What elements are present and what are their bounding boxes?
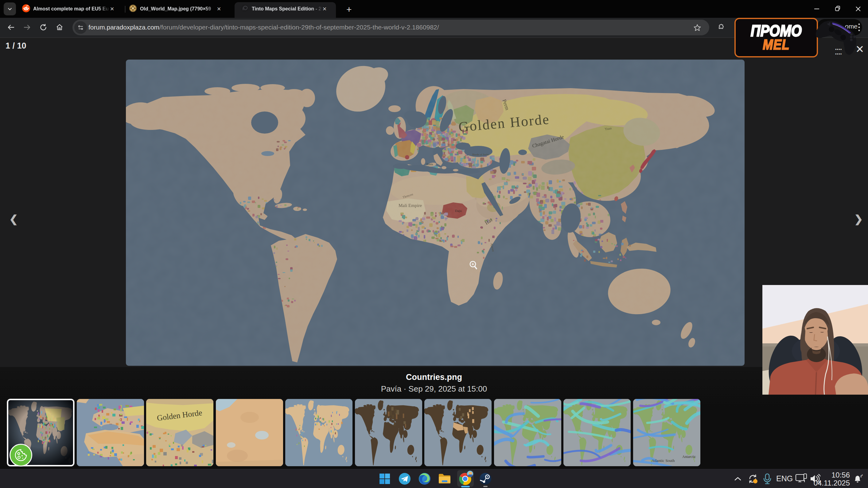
svg-text:z: z [862, 474, 863, 476]
svg-text:Antarctic: Antarctic [682, 455, 696, 459]
svg-text:Atlantic South: Atlantic South [652, 458, 675, 463]
